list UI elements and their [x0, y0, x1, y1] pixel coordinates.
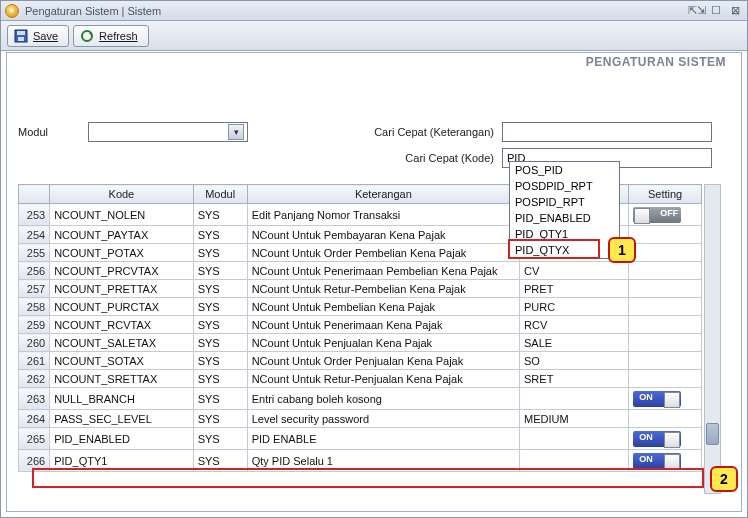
cell-value[interactable]: SALE	[520, 334, 629, 352]
cell-keterangan[interactable]: PID ENABLE	[247, 428, 519, 450]
cell-setting[interactable]: ON	[629, 428, 702, 450]
cell-keterangan[interactable]: NCount Untuk Retur-Penjualan Kena Pajak	[247, 370, 519, 388]
table-row[interactable]: 259NCOUNT_RCVTAXSYSNCount Untuk Penerima…	[19, 316, 702, 334]
suggest-item[interactable]: PID_QTYX	[510, 242, 619, 258]
save-button[interactable]: Save	[7, 25, 69, 47]
suggest-item[interactable]: POSDPID_RPT	[510, 178, 619, 194]
cell-modul[interactable]: SYS	[193, 428, 247, 450]
switch-on[interactable]: ON	[633, 453, 681, 469]
cell-kode[interactable]: PID_ENABLED	[50, 428, 193, 450]
cell-kode[interactable]: PID_QTY1	[50, 450, 193, 472]
cell-setting[interactable]	[629, 226, 702, 244]
cell-kode[interactable]: PASS_SEC_LEVEL	[50, 410, 193, 428]
cell-modul[interactable]: SYS	[193, 316, 247, 334]
cell-value[interactable]: MEDIUM	[520, 410, 629, 428]
cell-modul[interactable]: SYS	[193, 244, 247, 262]
switch-on[interactable]: ON	[633, 431, 681, 447]
cell-value[interactable]: RCV	[520, 316, 629, 334]
cell-kode[interactable]: NCOUNT_SOTAX	[50, 352, 193, 370]
cell-setting[interactable]	[629, 244, 702, 262]
cell-setting[interactable]	[629, 280, 702, 298]
col-modul[interactable]: Modul	[193, 185, 247, 204]
restore-down-icon[interactable]: ⇱⇲	[689, 4, 705, 18]
cell-value[interactable]	[520, 388, 629, 410]
cell-modul[interactable]: SYS	[193, 280, 247, 298]
cell-modul[interactable]: SYS	[193, 298, 247, 316]
cell-setting[interactable]	[629, 316, 702, 334]
cell-kode[interactable]: NCOUNT_SALETAX	[50, 334, 193, 352]
cell-value[interactable]	[520, 450, 629, 472]
cell-keterangan[interactable]: NCount Untuk Order Pembelian Kena Pajak	[247, 244, 519, 262]
cell-modul[interactable]: SYS	[193, 450, 247, 472]
cell-setting[interactable]	[629, 410, 702, 428]
table-row[interactable]: 266PID_QTY1SYSQty PID Selalu 1ON	[19, 450, 702, 472]
close-icon[interactable]: ⊠	[727, 4, 743, 18]
cell-kode[interactable]: NCOUNT_NOLEN	[50, 204, 193, 226]
cell-value[interactable]: PRET	[520, 280, 629, 298]
cell-setting[interactable]	[629, 262, 702, 280]
switch-on[interactable]: ON	[633, 391, 681, 407]
suggest-item[interactable]: PID_QTY1	[510, 226, 619, 242]
cell-setting[interactable]	[629, 298, 702, 316]
table-row[interactable]: 264PASS_SEC_LEVELSYSLevel security passw…	[19, 410, 702, 428]
vertical-scrollbar[interactable]	[704, 184, 721, 494]
cell-value[interactable]: CV	[520, 262, 629, 280]
chevron-down-icon[interactable]: ▾	[228, 124, 244, 140]
cell-keterangan[interactable]: NCount Untuk Penerimaan Kena Pajak	[247, 316, 519, 334]
cell-kode[interactable]: NCOUNT_PURCTAX	[50, 298, 193, 316]
cell-keterangan[interactable]: Qty PID Selalu 1	[247, 450, 519, 472]
cell-keterangan[interactable]: NCount Untuk Pembelian Kena Pajak	[247, 298, 519, 316]
cell-kode[interactable]: NCOUNT_PRCVTAX	[50, 262, 193, 280]
cell-value[interactable]: SRET	[520, 370, 629, 388]
cell-kode[interactable]: NCOUNT_PRETTAX	[50, 280, 193, 298]
cell-value[interactable]: PURC	[520, 298, 629, 316]
cell-kode[interactable]: NCOUNT_POTAX	[50, 244, 193, 262]
table-row[interactable]: 263NULL_BRANCHSYSEntri cabang boleh koso…	[19, 388, 702, 410]
cell-keterangan[interactable]: Level security password	[247, 410, 519, 428]
cell-value[interactable]	[520, 428, 629, 450]
cell-modul[interactable]: SYS	[193, 352, 247, 370]
cell-modul[interactable]: SYS	[193, 262, 247, 280]
maximize-icon[interactable]: ☐	[708, 4, 724, 18]
cell-setting[interactable]: OFF	[629, 204, 702, 226]
cell-setting[interactable]	[629, 334, 702, 352]
cell-modul[interactable]: SYS	[193, 226, 247, 244]
cell-modul[interactable]: SYS	[193, 388, 247, 410]
suggest-item[interactable]: POSPID_RPT	[510, 194, 619, 210]
autocomplete-dropdown[interactable]: POS_PID POSDPID_RPT POSPID_RPT PID_ENABL…	[509, 161, 620, 259]
cell-kode[interactable]: NULL_BRANCH	[50, 388, 193, 410]
table-row[interactable]: 258NCOUNT_PURCTAXSYSNCount Untuk Pembeli…	[19, 298, 702, 316]
modul-combo[interactable]: ▾	[88, 122, 248, 142]
cell-setting[interactable]	[629, 370, 702, 388]
switch-off[interactable]: OFF	[633, 207, 681, 223]
cell-kode[interactable]: NCOUNT_RCVTAX	[50, 316, 193, 334]
cell-setting[interactable]	[629, 352, 702, 370]
suggest-item[interactable]: PID_ENABLED	[510, 210, 619, 226]
suggest-item[interactable]: POS_PID	[510, 162, 619, 178]
cell-modul[interactable]: SYS	[193, 204, 247, 226]
cell-keterangan[interactable]: NCount Untuk Order Penjualan Kena Pajak	[247, 352, 519, 370]
cell-keterangan[interactable]: NCount Untuk Penerimaan Pembelian Kena P…	[247, 262, 519, 280]
cell-kode[interactable]: NCOUNT_PAYTAX	[50, 226, 193, 244]
cell-setting[interactable]: ON	[629, 388, 702, 410]
col-kode[interactable]: Kode	[50, 185, 193, 204]
scrollbar-thumb[interactable]	[706, 423, 719, 445]
table-row[interactable]: 256NCOUNT_PRCVTAXSYSNCount Untuk Penerim…	[19, 262, 702, 280]
table-row[interactable]: 262NCOUNT_SRETTAXSYSNCount Untuk Retur-P…	[19, 370, 702, 388]
cell-keterangan[interactable]: NCount Untuk Penjualan Kena Pajak	[247, 334, 519, 352]
refresh-button[interactable]: Refresh	[73, 25, 149, 47]
cell-keterangan[interactable]: Edit Panjang Nomor Transaksi	[247, 204, 519, 226]
cell-modul[interactable]: SYS	[193, 370, 247, 388]
table-row[interactable]: 261NCOUNT_SOTAXSYSNCount Untuk Order Pen…	[19, 352, 702, 370]
cell-modul[interactable]: SYS	[193, 334, 247, 352]
cell-modul[interactable]: SYS	[193, 410, 247, 428]
cari-ket-input[interactable]	[502, 122, 712, 142]
col-keterangan[interactable]: Keterangan	[247, 185, 519, 204]
cell-keterangan[interactable]: Entri cabang boleh kosong	[247, 388, 519, 410]
table-row[interactable]: 260NCOUNT_SALETAXSYSNCount Untuk Penjual…	[19, 334, 702, 352]
cell-keterangan[interactable]: NCount Untuk Pembayaran Kena Pajak	[247, 226, 519, 244]
table-row[interactable]: 265PID_ENABLEDSYSPID ENABLEON	[19, 428, 702, 450]
cell-keterangan[interactable]: NCount Untuk Retur-Pembelian Kena Pajak	[247, 280, 519, 298]
cell-setting[interactable]: ON	[629, 450, 702, 472]
cell-value[interactable]: SO	[520, 352, 629, 370]
